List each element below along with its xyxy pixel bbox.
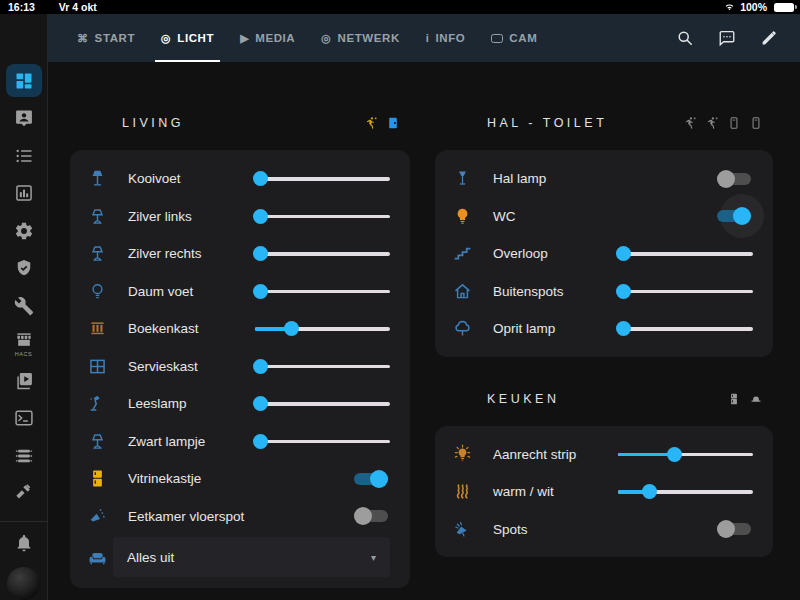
door-sensor-icon[interactable] <box>749 116 763 130</box>
window-grid-icon[interactable] <box>85 354 109 378</box>
door-sensor-icon[interactable] <box>727 116 741 130</box>
view-tabs: ⌘START◎LICHT▶MEDIA◎NETWERKiINFOCAM <box>64 14 550 62</box>
table-lamp-icon[interactable] <box>85 204 109 228</box>
tab-start[interactable]: ⌘START <box>64 14 148 62</box>
sidebar-item-dashboard[interactable] <box>0 62 48 100</box>
table-lamp-icon[interactable] <box>85 429 109 453</box>
slider-thumb[interactable] <box>253 359 268 374</box>
edit-icon[interactable] <box>760 29 778 47</box>
avatar[interactable] <box>7 567 40 600</box>
row-label: Boekenkast <box>128 321 199 336</box>
torch-lamp-icon[interactable] <box>450 167 474 191</box>
boekenkast-slider[interactable] <box>255 320 390 338</box>
hood-icon[interactable] <box>749 392 763 406</box>
alles-uit-select[interactable]: Alles uit▾ <box>113 537 390 577</box>
buitenspots-slider[interactable] <box>618 282 753 300</box>
row-label: Kooivoet <box>128 171 181 186</box>
overloop-slider[interactable] <box>618 245 753 263</box>
bulb-outline-icon[interactable] <box>85 279 109 303</box>
row-label: Oprit lamp <box>493 321 555 336</box>
slider-thumb[interactable] <box>253 209 268 224</box>
slider-thumb[interactable] <box>616 321 631 336</box>
kooivoet-slider[interactable] <box>255 170 390 188</box>
tab-cam[interactable]: CAM <box>478 14 550 62</box>
toggle-thumb[interactable] <box>717 520 735 538</box>
motion-run-icon[interactable] <box>705 116 719 130</box>
wifi-icon <box>723 2 736 12</box>
track-spot-icon[interactable] <box>85 504 109 528</box>
floor-lamp-icon[interactable] <box>85 167 109 191</box>
slider-track <box>255 290 390 294</box>
zilver-links-slider[interactable] <box>255 207 390 225</box>
sidebar-item-video-box[interactable] <box>0 362 48 400</box>
cog-icon <box>14 221 34 241</box>
tab-info[interactable]: iINFO <box>413 14 479 62</box>
servieskast-slider[interactable] <box>255 357 390 375</box>
slider-thumb[interactable] <box>616 246 631 261</box>
slider-thumb[interactable] <box>284 321 299 336</box>
slider-thumb[interactable] <box>253 246 268 261</box>
spots-toggle[interactable] <box>717 520 751 538</box>
ceiling-spot-icon[interactable] <box>450 517 474 541</box>
warm-wit-slider[interactable] <box>618 483 753 501</box>
sidebar-item-terminal[interactable] <box>0 400 48 438</box>
slider-thumb[interactable] <box>616 284 631 299</box>
leeslamp-slider[interactable] <box>255 395 390 413</box>
eetkamer-vloerspot-toggle[interactable] <box>354 507 388 525</box>
slider-thumb[interactable] <box>253 171 268 186</box>
tab-netwerk[interactable]: ◎NETWERK <box>308 14 413 62</box>
tab-licht[interactable]: ◎LICHT <box>148 14 227 62</box>
sidebar-item-hammer[interactable] <box>0 475 48 513</box>
hal-lamp-toggle[interactable] <box>717 170 751 188</box>
daum-voet-slider[interactable] <box>255 282 390 300</box>
stairs-icon[interactable] <box>450 242 474 266</box>
sidebar-item-badge-account[interactable] <box>0 100 48 138</box>
sidebar-item-caption: HACS <box>15 351 32 357</box>
bell-icon <box>14 533 34 553</box>
tab-media[interactable]: ▶MEDIA <box>227 14 308 62</box>
motion-run-icon[interactable] <box>364 116 378 130</box>
wc-toggle[interactable] <box>717 207 751 225</box>
tree-icon[interactable] <box>450 317 474 341</box>
bulb-glow-icon[interactable] <box>450 442 474 466</box>
house-icon[interactable] <box>450 279 474 303</box>
toggle-thumb[interactable] <box>354 507 372 525</box>
oprit-lamp-slider[interactable] <box>618 320 753 338</box>
desk-lamp-icon[interactable] <box>85 392 109 416</box>
fridge-icon[interactable] <box>85 467 109 491</box>
bookshelf-icon[interactable] <box>85 317 109 341</box>
bulb-icon[interactable] <box>450 204 474 228</box>
section-header-living: LIVING <box>70 103 410 143</box>
sidebar-item-chart-box[interactable] <box>0 175 48 213</box>
sidebar-item-server[interactable] <box>0 437 48 475</box>
slider-thumb[interactable] <box>253 434 268 449</box>
sidebar-item-list[interactable] <box>0 137 48 175</box>
toggle-thumb[interactable] <box>370 470 388 488</box>
table-lamp-icon[interactable] <box>85 242 109 266</box>
aanrecht-strip-slider[interactable] <box>618 445 753 463</box>
vitrinekastje-toggle[interactable] <box>354 470 388 488</box>
sidebar-item-shield-check[interactable] <box>0 250 48 288</box>
toggle-thumb[interactable] <box>717 170 735 188</box>
slider-thumb[interactable] <box>667 447 682 462</box>
notifications-button[interactable] <box>0 524 48 562</box>
heat-waves-icon[interactable] <box>450 480 474 504</box>
zwart-lampje-slider[interactable] <box>255 432 390 450</box>
sidebar-item-wrench[interactable] <box>0 287 48 325</box>
row-label: WC <box>493 209 516 224</box>
fridge-small-icon[interactable] <box>727 392 741 406</box>
row-label: Zwart lampje <box>128 434 205 449</box>
row-leeslamp: Leeslamp <box>85 385 390 423</box>
motion-run-icon[interactable] <box>683 116 697 130</box>
slider-thumb[interactable] <box>253 284 268 299</box>
chat-icon[interactable] <box>718 29 736 47</box>
door-lock-icon[interactable] <box>386 116 400 130</box>
sidebar-item-hacs[interactable]: HACS <box>0 325 48 363</box>
zilver-rechts-slider[interactable] <box>255 245 390 263</box>
slider-thumb[interactable] <box>253 396 268 411</box>
sidebar-item-cog[interactable] <box>0 212 48 250</box>
slider-thumb[interactable] <box>642 484 657 499</box>
search-icon[interactable] <box>676 29 694 47</box>
sofa-icon[interactable] <box>85 545 109 569</box>
home-assistant-app: 16:13 Vr 4 okt 100% ⌘START◎LICHT▶MEDIA◎N… <box>0 0 800 600</box>
